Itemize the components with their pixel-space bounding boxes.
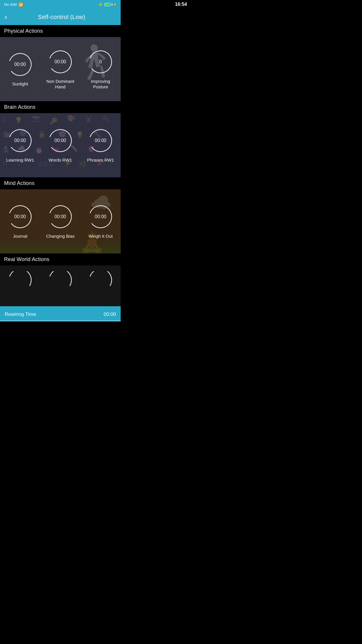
phrases-rw1-time: 00:00 xyxy=(95,138,106,143)
changing-bias-timer[interactable]: 00:00 xyxy=(47,204,73,230)
learning-rw1-timer[interactable]: 00:00 xyxy=(7,127,33,154)
page-title: Self-control (Low) xyxy=(7,14,116,20)
battery-fill xyxy=(105,4,109,6)
phrases-rw1-timer[interactable]: 00:00 xyxy=(87,127,114,154)
mind-actions-panel: ☁️ 🧘 00:00 Journal 00:00 Changing Bias 0… xyxy=(0,189,121,253)
rewiring-progress-bar xyxy=(0,320,121,321)
rwa1-item[interactable] xyxy=(0,271,40,286)
rwa3-item[interactable] xyxy=(80,271,121,286)
real-world-actions-header: Real World Actions xyxy=(0,253,121,265)
rwa2-item[interactable] xyxy=(40,271,80,286)
sunlight-item[interactable]: 00:00 Sunlight xyxy=(0,51,40,87)
non-dominant-hand-item[interactable]: 00:00 Non Dominant Hand xyxy=(40,49,80,90)
changing-bias-time: 00:00 xyxy=(55,214,66,219)
svg-point-12 xyxy=(87,271,114,286)
physical-actions-header: Physical Actions xyxy=(0,25,121,37)
real-world-actions-panel xyxy=(0,265,121,306)
journal-timer[interactable]: 00:00 xyxy=(7,204,33,230)
bottom-bar-wrap: Rewiring Time 00:00 xyxy=(0,306,121,321)
non-dominant-hand-timer[interactable]: 00:00 xyxy=(47,49,73,75)
battery-indicator: ⚡ xyxy=(104,3,117,6)
battery-tip xyxy=(112,4,113,5)
carrier-label: No SIM xyxy=(4,2,17,7)
weigh-it-out-timer[interactable]: 00:00 xyxy=(87,204,114,230)
brain-actions-panel: $ 💡 📷 🔑 🎨 ✂️ 🔌 📚 ⚙️ 🔒 🌸 💡 🔧 🔬 ☁️ ⏰ 💗 ✏️ … xyxy=(0,113,121,177)
sunlight-timer[interactable]: 00:00 xyxy=(7,51,33,78)
bottom-bar: Rewiring Time 00:00 xyxy=(0,306,121,321)
words-rw1-time: 00:00 xyxy=(55,138,66,143)
status-bar: No SIM 📶 16:54 🔒 ⚡ xyxy=(0,0,121,9)
learning-rw1-time: 00:00 xyxy=(14,138,26,143)
non-dominant-hand-time: 00:00 xyxy=(55,59,66,64)
phrases-rw1-label: Phrases RW1 xyxy=(87,157,114,163)
rwa3-timer[interactable] xyxy=(87,271,114,286)
back-button[interactable]: ‹ xyxy=(5,13,7,21)
improving-posture-label: Improving Posture xyxy=(91,78,110,90)
words-rw1-timer[interactable]: 00:00 xyxy=(47,127,73,154)
non-dominant-hand-label: Non Dominant Hand xyxy=(46,78,74,90)
svg-point-10 xyxy=(7,271,33,286)
journal-time: 00:00 xyxy=(14,214,26,219)
changing-bias-label: Changing Bias xyxy=(46,233,75,239)
status-right: 🔒 ⚡ xyxy=(99,2,117,6)
rewiring-label: Rewiring Time xyxy=(5,312,36,317)
rwa2-timer[interactable] xyxy=(47,271,73,286)
physical-actions-panel: 00:00 Sunlight 00:00 Non Dominant Hand 0… xyxy=(0,37,121,101)
rwa1-timer[interactable] xyxy=(7,271,33,286)
lock-icon: 🔒 xyxy=(99,2,103,6)
battery-body xyxy=(104,3,111,6)
status-left: No SIM 📶 xyxy=(4,2,23,7)
page-header: ‹ Self-control (Low) xyxy=(0,9,121,25)
wifi-icon: 📶 xyxy=(18,2,23,7)
improving-posture-timer[interactable]: 0 xyxy=(87,49,114,75)
weigh-it-out-label: Weigh It Out xyxy=(88,233,113,239)
changing-bias-item[interactable]: 00:00 Changing Bias xyxy=(40,204,80,239)
journal-label: Journal xyxy=(13,233,27,239)
words-rw1-label: Words RW1 xyxy=(49,157,72,163)
learning-rw1-label: Learning RW1 xyxy=(6,157,34,163)
rewiring-time: 00:00 xyxy=(103,312,116,317)
learning-rw1-item[interactable]: 00:00 Learning RW1 xyxy=(0,127,40,163)
words-rw1-item[interactable]: 00:00 Words RW1 xyxy=(40,127,80,163)
svg-point-11 xyxy=(47,271,73,286)
brain-actions-header: Brain Actions xyxy=(0,101,121,113)
sunlight-label: Sunlight xyxy=(12,81,28,87)
journal-item[interactable]: 00:00 Journal xyxy=(0,204,40,239)
mind-actions-header: Mind Actions xyxy=(0,177,121,189)
improving-posture-item[interactable]: 0 Improving Posture xyxy=(80,49,121,90)
weigh-it-out-time: 00:00 xyxy=(95,214,106,219)
weigh-it-out-item[interactable]: 00:00 Weigh It Out xyxy=(80,204,121,239)
sunlight-time: 00:00 xyxy=(14,62,26,67)
charging-bolt: ⚡ xyxy=(113,3,117,6)
phrases-rw1-item[interactable]: 00:00 Phrases RW1 xyxy=(80,127,121,163)
improving-posture-time: 0 xyxy=(99,59,102,64)
